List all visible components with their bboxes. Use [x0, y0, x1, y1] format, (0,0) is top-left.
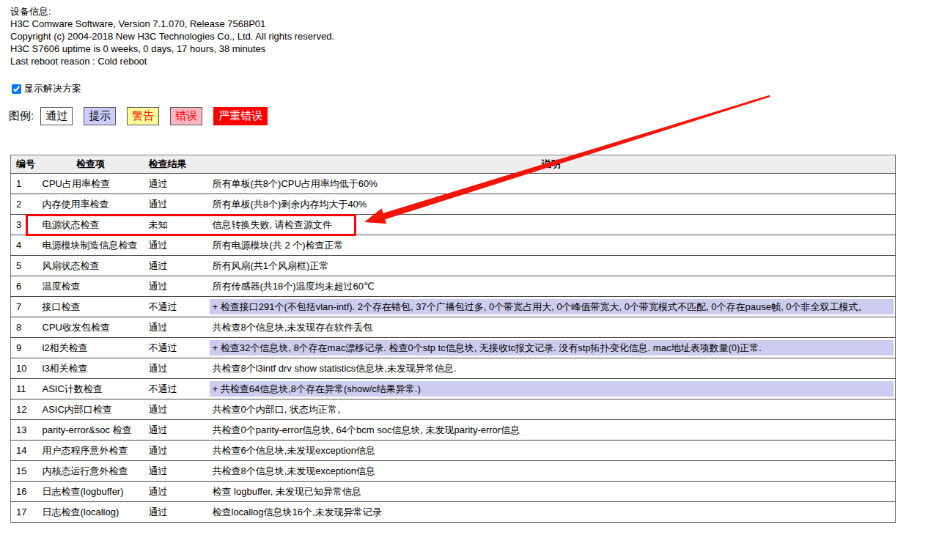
check-result: 不通过 — [146, 338, 207, 358]
row-number: 4 — [11, 235, 36, 256]
row-number: 6 — [11, 276, 36, 297]
table-row: 12ASIC内部口检查通过共检查0个内部口, 状态均正常。 — [11, 399, 896, 420]
check-description: 信息转换失败, 请检查源文件 — [207, 215, 896, 235]
row-number: 7 — [11, 297, 36, 317]
table-row: 1CPU占用率检查通过所有单板(共8个)CPU占用率均低于60% — [11, 174, 896, 194]
table-row: 16日志检查(logbuffer)通过检查 logbuffer, 未发现已知异常… — [11, 482, 896, 502]
check-description: 所有单板(共8个)CPU占用率均低于60% — [207, 174, 896, 194]
check-description: 所有单板(共8个)剩余内存均大于40% — [207, 194, 896, 215]
check-result: 通过 — [146, 399, 207, 420]
header-check-item: 检查项 — [36, 155, 146, 174]
check-description-text: 检查 logbuffer, 未发现已知异常信息 — [210, 484, 894, 499]
check-description-text: 共检查6个信息块,未发现exception信息 — [210, 443, 894, 458]
legend-chip-error: 错误 — [170, 107, 202, 125]
check-description-expandable[interactable]: + 共检查64信息块,8个存在异常(show/c结果异常.) — [210, 381, 894, 397]
row-number: 2 — [11, 194, 36, 215]
row-number: 15 — [11, 461, 36, 482]
legend-chip-hint: 提示 — [84, 107, 116, 125]
table-header-row: 编号 检查项 检查结果 说明 — [11, 155, 896, 174]
check-description-text: 所有单板(共8个)剩余内存均大于40% — [210, 196, 894, 212]
check-result: 通过 — [146, 317, 207, 338]
check-description: + 检查接口291个(不包括vlan-intf). 2个存在错包, 37个广播包… — [207, 297, 896, 317]
check-description-expandable[interactable]: + 检查接口291个(不包括vlan-intf). 2个存在错包, 37个广播包… — [210, 299, 894, 314]
check-item: 日志检查(logbuffer) — [36, 482, 146, 502]
check-item: 接口检查 — [36, 297, 146, 317]
check-description-text: 共检查8个信息块,未发现exception信息 — [210, 463, 894, 479]
check-result: 通过 — [146, 441, 207, 461]
check-result: 未知 — [146, 215, 207, 235]
check-result: 通过 — [146, 235, 207, 256]
table-row: 11ASIC计数检查不通过+ 共检查64信息块,8个存在异常(show/c结果异… — [11, 379, 896, 399]
check-description: 所有电源模块(共 2 个)检查正常 — [207, 235, 896, 256]
check-description-text: 检查locallog信息块16个,未发现异常记录 — [210, 504, 894, 520]
check-description-text: 所有电源模块(共 2 个)检查正常 — [210, 237, 894, 253]
check-description-text: 共检查8个信息块,未发现存在软件丢包 — [210, 320, 894, 335]
check-item: CPU占用率检查 — [36, 174, 146, 194]
check-item: l3相关检查 — [36, 358, 146, 379]
table-row: 7接口检查不通过+ 检查接口291个(不包括vlan-intf). 2个存在错包… — [11, 297, 896, 317]
header-number: 编号 — [11, 155, 36, 174]
row-number: 17 — [11, 502, 36, 523]
device-info-line-uptime: H3C S7606 uptime is 0 weeks, 0 days, 17 … — [10, 43, 334, 55]
row-number: 16 — [11, 482, 36, 502]
check-result: 通过 — [146, 256, 207, 276]
table-row: 2内存使用率检查通过所有单板(共8个)剩余内存均大于40% — [11, 194, 896, 215]
check-result: 不通过 — [146, 297, 207, 317]
check-item: 温度检查 — [36, 276, 146, 297]
row-number: 1 — [11, 174, 36, 194]
show-solution-option: 显示解决方案 — [12, 82, 81, 95]
check-item: 用户态程序意外检查 — [36, 441, 146, 461]
legend-label: 图例: — [9, 109, 34, 123]
check-description-expandable[interactable]: + 检查32个信息块, 8个存在mac漂移记录. 检查0个stp tc信息块, … — [210, 340, 894, 355]
check-item: 电源状态检查 — [36, 215, 146, 235]
row-number: 5 — [11, 256, 36, 276]
row-number: 11 — [11, 379, 36, 399]
check-table: 编号 检查项 检查结果 说明 1CPU占用率检查通过所有单板(共8个)CPU占用… — [10, 155, 896, 523]
check-result: 通过 — [146, 358, 207, 379]
row-number: 9 — [11, 338, 36, 358]
check-description: 所有风扇(共1个风扇框)正常 — [207, 256, 896, 276]
row-number: 12 — [11, 399, 36, 420]
row-number: 14 — [11, 441, 36, 461]
check-result: 通过 — [146, 174, 207, 194]
check-item: parity-error&soc 检查 — [36, 420, 146, 441]
device-info-line-software: H3C Comware Software, Version 7.1.070, R… — [10, 18, 334, 30]
check-item: 风扇状态检查 — [36, 256, 146, 276]
check-table-body: 1CPU占用率检查通过所有单板(共8个)CPU占用率均低于60%2内存使用率检查… — [11, 174, 896, 523]
table-row: 5风扇状态检查通过所有风扇(共1个风扇框)正常 — [11, 256, 896, 276]
table-row: 14用户态程序意外检查通过共检查6个信息块,未发现exception信息 — [11, 441, 896, 461]
check-description: 共检查8个l3intf drv show statistics信息块,未发现异常… — [207, 358, 896, 379]
table-row: 4电源模块制造信息检查通过所有电源模块(共 2 个)检查正常 — [11, 235, 896, 256]
device-info-block: 设备信息: H3C Comware Software, Version 7.1.… — [10, 5, 334, 67]
table-row: 10l3相关检查通过共检查8个l3intf drv show statistic… — [11, 358, 896, 379]
check-description-text: 所有传感器(共18个)温度均未超过60℃ — [210, 279, 894, 294]
check-item: 日志检查(locallog) — [36, 502, 146, 523]
table-row: 15内核态运行意外检查通过共检查8个信息块,未发现exception信息 — [11, 461, 896, 482]
check-description: 共检查0个parity-error信息块, 64个bcm soc信息块, 未发现… — [207, 420, 896, 441]
check-item: ASIC内部口检查 — [36, 399, 146, 420]
check-description: 共检查8个信息块,未发现存在软件丢包 — [207, 317, 896, 338]
table-row: 13parity-error&soc 检查通过共检查0个parity-error… — [11, 420, 896, 441]
show-solution-label: 显示解决方案 — [24, 82, 81, 95]
device-info-title: 设备信息: — [10, 5, 334, 18]
check-description: + 共检查64信息块,8个存在异常(show/c结果异常.) — [207, 379, 896, 399]
table-row: 8CPU收发包检查通过共检查8个信息块,未发现存在软件丢包 — [11, 317, 896, 338]
check-description: 共检查0个内部口, 状态均正常。 — [207, 399, 896, 420]
check-description: 共检查6个信息块,未发现exception信息 — [207, 441, 896, 461]
check-description-text: 所有单板(共8个)CPU占用率均低于60% — [210, 176, 894, 191]
check-result: 通过 — [146, 502, 207, 523]
device-info-line-copyright: Copyright (c) 2004-2018 New H3C Technolo… — [10, 30, 334, 43]
check-description-text: 共检查8个l3intf drv show statistics信息块,未发现异常… — [210, 361, 894, 376]
header-check-result: 检查结果 — [146, 155, 207, 174]
device-info-line-reboot: Last reboot reason : Cold reboot — [10, 55, 334, 67]
check-description: 检查 logbuffer, 未发现已知异常信息 — [207, 482, 896, 502]
check-result: 通过 — [146, 482, 207, 502]
check-description-text: 共检查0个内部口, 状态均正常。 — [210, 402, 894, 417]
table-row: 3电源状态检查未知信息转换失败, 请检查源文件 — [11, 215, 896, 235]
check-item: 内核态运行意外检查 — [36, 461, 146, 482]
table-row: 9l2相关检查不通过+ 检查32个信息块, 8个存在mac漂移记录. 检查0个s… — [11, 338, 896, 358]
legend-chip-critical: 严重错误 — [213, 107, 268, 125]
check-result: 通过 — [146, 461, 207, 482]
check-item: 内存使用率检查 — [36, 194, 146, 215]
show-solution-checkbox[interactable] — [12, 84, 21, 94]
